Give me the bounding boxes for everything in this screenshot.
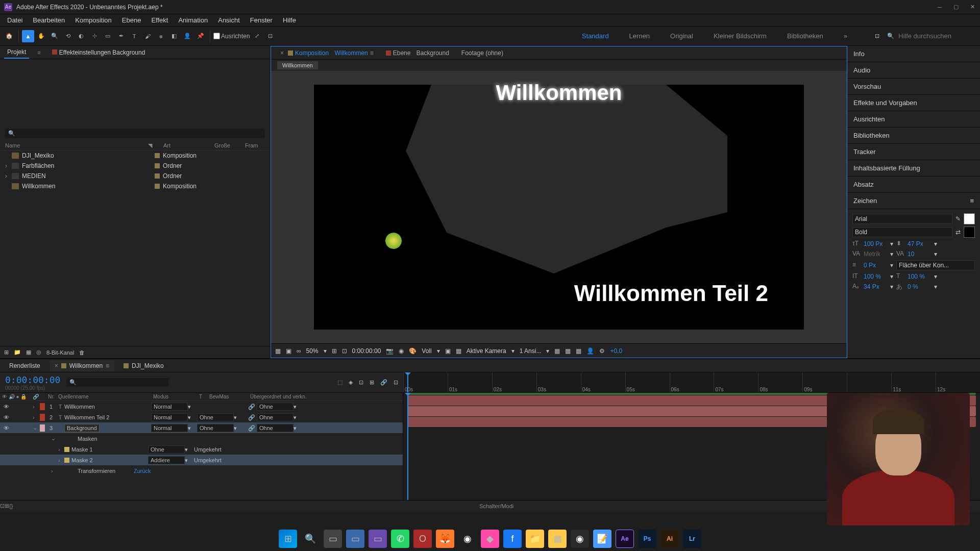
taskview-icon[interactable]: ▭ (324, 530, 342, 548)
messenger-icon[interactable]: ◆ (481, 530, 499, 548)
menu-ansicht[interactable]: Ansicht (213, 16, 245, 24)
mask-row[interactable]: › Maske 1 Ohne▾ Umgekehrt (0, 444, 403, 455)
rect-tool[interactable]: ▭ (102, 30, 114, 42)
tl-f1[interactable]: ⊡ (0, 503, 5, 509)
parent-dropdown[interactable]: Ohne (257, 413, 293, 421)
blend-mode-dropdown[interactable]: Normal (151, 403, 188, 411)
roi-icon[interactable]: ⊡ (342, 347, 347, 355)
eyedropper-icon[interactable]: ✎ (955, 215, 961, 222)
visibility-toggle[interactable]: 👁 (2, 425, 10, 431)
tsume-input[interactable]: 0 % (908, 283, 931, 290)
aftereffects-icon[interactable]: Ae (616, 530, 634, 548)
project-item[interactable]: ›FarbflächenOrdner (0, 161, 270, 171)
mask-row[interactable]: › Maske 2 Addiere▾ Umgekehrt (0, 455, 403, 465)
stroke-color[interactable] (964, 227, 975, 238)
guides-icon[interactable]: ∞ (297, 347, 301, 355)
hscale-input[interactable]: 100 % (908, 273, 931, 280)
views-dropdown[interactable]: 1 Ansi... (520, 347, 542, 355)
tl-tool5[interactable]: 🔗 (380, 379, 387, 386)
exposure[interactable]: +0,0 (610, 347, 622, 355)
blend-mode-dropdown[interactable]: Normal (151, 413, 188, 421)
obs-icon[interactable]: ◉ (571, 530, 589, 548)
workspace-bibliotheken[interactable]: Bibliotheken (787, 32, 823, 40)
font-size-input[interactable]: 100 Px (864, 240, 887, 247)
orbit-tool[interactable]: ⟲ (62, 30, 74, 42)
brush-tool[interactable]: 🖌 (141, 30, 154, 42)
panel-effekte[interactable]: Effekte und Vorgaben (847, 95, 980, 111)
panel-bibliotheken[interactable]: Bibliotheken (847, 128, 980, 144)
roto-tool[interactable]: 👤 (181, 30, 193, 42)
facebook-icon[interactable]: f (503, 530, 522, 548)
visibility-toggle[interactable]: 👁 (2, 404, 10, 410)
menu-ebene[interactable]: Ebene (117, 16, 146, 24)
camera-dropdown[interactable]: Aktive Kamera (467, 347, 506, 355)
lightroom-icon[interactable]: Lr (683, 530, 701, 548)
interpret-icon[interactable]: ⊞ (4, 349, 9, 356)
panel-ausrichten[interactable]: Ausrichten (847, 111, 980, 128)
whatsapp-icon[interactable]: ✆ (391, 530, 409, 548)
playhead[interactable] (407, 372, 408, 392)
workspace-lernen[interactable]: Lernen (629, 32, 650, 40)
pen-tool[interactable]: ✒ (115, 30, 127, 42)
resolution-dropdown[interactable]: Voll (422, 347, 431, 355)
invert-label[interactable]: Umgekehrt (194, 446, 222, 453)
view3-icon[interactable]: ▦ (576, 347, 581, 355)
minimize-button[interactable]: ─ (936, 4, 943, 11)
grid-icon[interactable]: ⊞ (332, 347, 337, 355)
layer-row[interactable]: 👁 ›2 T Willkommen Teil 2 Normal▾ Ohne▾ 🔗… (0, 412, 403, 422)
current-time[interactable]: 0:00:00:00 (352, 347, 381, 355)
region-icon[interactable]: ▣ (445, 347, 451, 355)
visibility-toggle[interactable]: 👁 (2, 414, 10, 420)
tab-renderliste[interactable]: Renderliste (4, 360, 45, 371)
tab-komposition[interactable]: × Komposition Willkommen ≡ (275, 47, 379, 59)
color-icon[interactable]: 🎨 (409, 347, 416, 355)
tab-timeline-dji[interactable]: DJI_Mexiko (118, 360, 169, 371)
close-tab-icon[interactable]: × (280, 49, 284, 57)
menu-fenster[interactable]: Fenster (245, 16, 278, 24)
col-art[interactable]: Art (163, 142, 214, 149)
panel-info[interactable]: Info (847, 46, 980, 62)
app3-icon[interactable]: ▦ (548, 530, 567, 548)
eraser-tool[interactable]: ◧ (168, 30, 180, 42)
mask-mode-dropdown[interactable]: Addiere (148, 456, 185, 464)
panel-vorschau[interactable]: Vorschau (847, 79, 980, 95)
mask-icon[interactable]: ▣ (286, 347, 291, 355)
menu-datei[interactable]: Datei (2, 16, 28, 24)
illustrator-icon[interactable]: Ai (660, 530, 679, 548)
panel-tracker[interactable]: Tracker (847, 144, 980, 160)
app-icon[interactable]: ▭ (369, 530, 387, 548)
maximize-button[interactable]: ▢ (952, 4, 960, 11)
transparency-icon[interactable]: ▦ (456, 347, 461, 355)
text-tool[interactable]: T (128, 30, 140, 42)
panel-inhalt[interactable]: Inhaltsbasierte Füllung (847, 160, 980, 177)
tab-projekt[interactable]: Projekt (4, 46, 29, 59)
panel-audio[interactable]: Audio (847, 62, 980, 79)
stroke-width-input[interactable]: 0 Px (864, 262, 887, 269)
hand-tool[interactable]: ✋ (35, 30, 47, 42)
col-label[interactable]: ◥ (148, 142, 163, 149)
start-button[interactable]: ⊞ (279, 530, 297, 548)
firefox-icon[interactable]: 🦊 (436, 530, 454, 548)
snap2-icon[interactable]: ⊡ (264, 30, 277, 42)
sync-icon[interactable]: ⊡ (871, 30, 883, 42)
align-checkbox[interactable] (213, 33, 220, 39)
app2-icon[interactable]: ◉ (458, 530, 477, 548)
panel-menu-icon[interactable]: ≡ (970, 197, 974, 205)
parent-dropdown[interactable]: Ohne (257, 424, 293, 432)
trkmat-dropdown[interactable]: Ohne (197, 413, 234, 421)
col-frame[interactable]: Fram (245, 142, 265, 149)
composition-viewer[interactable]: Willkommen Willkommen Teil 2 ▹ (271, 71, 847, 343)
fill-color[interactable] (964, 213, 975, 224)
tab-timeline-willkommen[interactable]: × Willkommen≡ (50, 360, 114, 371)
menu-hilfe[interactable]: Hilfe (278, 16, 301, 24)
tab-effekteinstellungen[interactable]: Effekteinstellungen Background (49, 47, 149, 58)
tl-tool6[interactable]: ⊡ (394, 379, 398, 386)
workspace-original[interactable]: Original (670, 32, 693, 40)
explorer-icon[interactable]: ▭ (346, 530, 364, 548)
zoom-dropdown[interactable]: 50% (306, 347, 318, 355)
swap-icon[interactable]: ⇄ (955, 229, 961, 236)
playhead-line[interactable] (407, 393, 408, 500)
help-search-input[interactable] (898, 32, 975, 40)
photoshop-icon[interactable]: Ps (638, 530, 656, 548)
menu-effekt[interactable]: Effekt (146, 16, 173, 24)
